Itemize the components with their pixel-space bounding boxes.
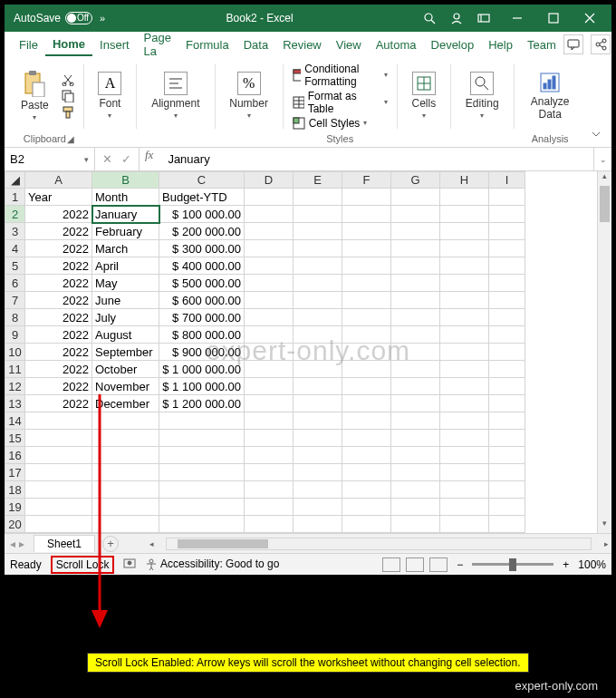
cell-G14[interactable] bbox=[391, 412, 440, 430]
cell-C2[interactable]: $ 100 000.00 bbox=[159, 206, 245, 223]
row-header-15[interactable]: 15 bbox=[5, 430, 25, 447]
cell-F5[interactable] bbox=[342, 257, 391, 275]
autosave-toggle[interactable]: AutoSave Off bbox=[14, 12, 92, 24]
cell-E16[interactable] bbox=[294, 447, 342, 464]
cell-F9[interactable] bbox=[342, 326, 391, 344]
cell-D11[interactable] bbox=[245, 361, 294, 378]
expand-formula-bar[interactable]: ⌄ bbox=[593, 148, 611, 170]
cell-D18[interactable] bbox=[245, 481, 294, 499]
cell-I5[interactable] bbox=[489, 257, 525, 275]
cell-A20[interactable] bbox=[25, 516, 92, 533]
font-button[interactable]: A Font ▾ bbox=[92, 70, 127, 121]
cell-D4[interactable] bbox=[245, 240, 294, 257]
cell-A3[interactable]: 2022 bbox=[25, 223, 92, 240]
row-header-1[interactable]: 1 bbox=[5, 189, 25, 206]
cell-C4[interactable]: $ 300 000.00 bbox=[159, 240, 245, 257]
cell-D7[interactable] bbox=[245, 292, 294, 309]
row-header-18[interactable]: 18 bbox=[5, 481, 25, 499]
paste-button[interactable]: Paste ▾ bbox=[15, 68, 54, 123]
cell-B13[interactable]: December bbox=[92, 395, 159, 412]
cell-F12[interactable] bbox=[342, 378, 391, 395]
col-header-H[interactable]: H bbox=[440, 172, 489, 189]
cell-E9[interactable] bbox=[294, 326, 342, 344]
cell-G10[interactable] bbox=[391, 344, 440, 361]
cell-B6[interactable]: May bbox=[92, 275, 159, 292]
cell-H9[interactable] bbox=[440, 326, 489, 344]
row-header-11[interactable]: 11 bbox=[5, 361, 25, 378]
cell-D13[interactable] bbox=[245, 395, 294, 412]
cell-D2[interactable] bbox=[245, 206, 294, 223]
cell-G12[interactable] bbox=[391, 378, 440, 395]
tab-data[interactable]: Data bbox=[236, 34, 275, 55]
cell-B20[interactable] bbox=[92, 516, 159, 533]
cell-E20[interactable] bbox=[294, 516, 342, 533]
cell-B12[interactable]: November bbox=[92, 378, 159, 395]
row-header-8[interactable]: 8 bbox=[5, 309, 25, 326]
conditional-formatting-button[interactable]: Conditional Formatting ▾ bbox=[293, 63, 388, 88]
row-header-2[interactable]: 2 bbox=[5, 206, 25, 223]
cell-G19[interactable] bbox=[391, 499, 440, 516]
tab-formulas[interactable]: Formula bbox=[178, 34, 236, 55]
cell-D3[interactable] bbox=[245, 223, 294, 240]
cell-F6[interactable] bbox=[342, 275, 391, 292]
cell-G20[interactable] bbox=[391, 516, 440, 533]
cell-A5[interactable]: 2022 bbox=[25, 257, 92, 275]
cell-C14[interactable] bbox=[159, 412, 245, 430]
col-header-B[interactable]: B bbox=[92, 172, 159, 189]
cell-C6[interactable]: $ 500 000.00 bbox=[159, 275, 245, 292]
cell-B3[interactable]: February bbox=[92, 223, 159, 240]
sheet-nav-prev[interactable]: ◂ bbox=[10, 538, 15, 550]
cell-C7[interactable]: $ 600 000.00 bbox=[159, 292, 245, 309]
cell-F11[interactable] bbox=[342, 361, 391, 378]
cell-H8[interactable] bbox=[440, 309, 489, 326]
cell-A17[interactable] bbox=[25, 464, 92, 481]
cell-C13[interactable]: $ 1 200 000.00 bbox=[159, 395, 245, 412]
minimize-button[interactable] bbox=[499, 5, 535, 32]
cell-H18[interactable] bbox=[440, 481, 489, 499]
cell-B5[interactable]: April bbox=[92, 257, 159, 275]
cell-E3[interactable] bbox=[294, 223, 342, 240]
cell-F15[interactable] bbox=[342, 430, 391, 447]
cell-B7[interactable]: June bbox=[92, 292, 159, 309]
cell-G15[interactable] bbox=[391, 430, 440, 447]
row-header-10[interactable]: 10 bbox=[5, 344, 25, 361]
share-button[interactable] bbox=[591, 34, 611, 54]
search-icon[interactable] bbox=[423, 12, 436, 24]
cell-C1[interactable]: Budget-YTD bbox=[159, 189, 245, 206]
zoom-out-button[interactable]: − bbox=[457, 558, 463, 571]
view-pagebreak-button[interactable] bbox=[429, 557, 448, 572]
cell-B9[interactable]: August bbox=[92, 326, 159, 344]
cell-I12[interactable] bbox=[489, 378, 525, 395]
cell-I19[interactable] bbox=[489, 499, 525, 516]
cell-G8[interactable] bbox=[391, 309, 440, 326]
cell-E19[interactable] bbox=[294, 499, 342, 516]
cell-H4[interactable] bbox=[440, 240, 489, 257]
cell-H13[interactable] bbox=[440, 395, 489, 412]
collapse-ribbon-button[interactable] bbox=[586, 124, 606, 147]
cell-H5[interactable] bbox=[440, 257, 489, 275]
clipboard-launcher[interactable]: ◢ bbox=[67, 134, 78, 145]
cell-G2[interactable] bbox=[391, 206, 440, 223]
cell-B2[interactable]: January bbox=[92, 206, 159, 223]
cell-F2[interactable] bbox=[342, 206, 391, 223]
view-normal-button[interactable] bbox=[382, 557, 400, 572]
row-header-14[interactable]: 14 bbox=[5, 412, 25, 430]
account-icon[interactable] bbox=[450, 12, 463, 24]
zoom-slider[interactable] bbox=[472, 563, 553, 566]
maximize-button[interactable] bbox=[535, 5, 572, 32]
cell-H19[interactable] bbox=[440, 499, 489, 516]
cell-H10[interactable] bbox=[440, 344, 489, 361]
cell-I1[interactable] bbox=[489, 189, 525, 206]
cell-H20[interactable] bbox=[440, 516, 489, 533]
cell-G13[interactable] bbox=[391, 395, 440, 412]
horizontal-scrollbar[interactable] bbox=[166, 538, 592, 550]
cell-H17[interactable] bbox=[440, 464, 489, 481]
cell-B10[interactable]: September bbox=[92, 344, 159, 361]
cell-E13[interactable] bbox=[294, 395, 342, 412]
cell-D16[interactable] bbox=[245, 447, 294, 464]
cell-I20[interactable] bbox=[489, 516, 525, 533]
cell-H6[interactable] bbox=[440, 275, 489, 292]
cell-E4[interactable] bbox=[294, 240, 342, 257]
cell-E6[interactable] bbox=[294, 275, 342, 292]
cell-E14[interactable] bbox=[294, 412, 342, 430]
